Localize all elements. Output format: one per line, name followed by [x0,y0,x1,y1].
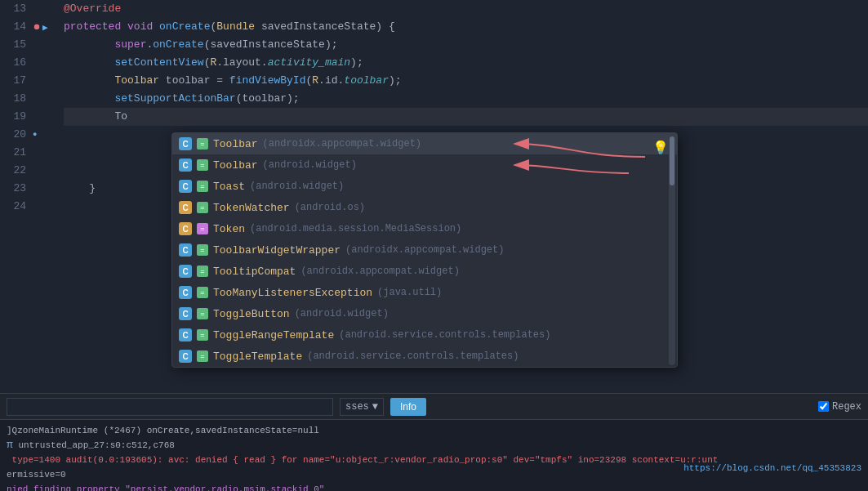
member-marker-5: = [197,244,208,256]
member-marker-0: = [197,138,208,150]
code-line-19: To [64,108,868,126]
line-numbers: 13 14 15 16 17 18 19 20 21 22 23 24 [0,0,33,393]
autocomplete-scrollbar[interactable] [669,135,675,365]
log-line-0: ]QzoneMainRuntime (*2467) onCreate,saved… [7,423,861,438]
log-line-4: nied finding property "persist.vendor.ra… [7,482,861,491]
regex-checkbox[interactable] [818,401,829,412]
member-marker-2: = [197,181,208,192]
class-icon-4: C [179,222,192,235]
exec-arrow-icon: ▶ [42,22,48,33]
class-icon-2: C [179,180,192,193]
blog-link[interactable]: https://blog.csdn.net/qq_45353823 [683,463,861,473]
autocomplete-item-4[interactable]: C = Token (android.media.session.MediaSe… [172,218,677,239]
item-package-2: (android.widget) [250,181,344,192]
item-name-10: ToggleTemplate [213,350,302,363]
breakpoint-icon: ⏺ [33,22,41,32]
autocomplete-item-8[interactable]: C = ToggleButton (android.widget) [172,303,677,324]
log-line-status: π untrusted_app_27:s0:c512,c768 [7,438,861,453]
autocomplete-item-9[interactable]: C = ToggleRangeTemplate (android.service… [172,324,677,346]
item-name-4: Token [213,223,245,235]
member-marker-1: = [197,159,208,171]
item-name-7: TooManyListenersException [213,287,372,299]
item-package-4: (android.media.session.MediaSession) [250,223,461,234]
class-icon-9: C [179,328,192,341]
code-line-17: Toolbar toolbar = findViewById(R.id.tool… [64,72,868,90]
dropdown-label: sses [345,401,369,413]
autocomplete-item-7[interactable]: C = TooManyListenersException (java.util… [172,282,677,303]
info-button[interactable]: Info [390,398,426,416]
filter-input[interactable] [7,398,333,416]
lightbulb-icon: 💡 [652,140,669,156]
class-icon-3: C [179,201,192,214]
member-marker-7: = [197,287,208,298]
pi-symbol: π [7,438,13,453]
class-icon-5: C [179,243,192,257]
autocomplete-dropdown: 💡 C = Toolbar (androidx.appcompat.widget… [171,132,678,368]
class-icon-7: C [179,286,192,299]
log-line-1: untrusted_app_27:s0:c512,c768 [13,438,175,453]
class-icon-0: C [179,137,192,150]
item-package-0: (androidx.appcompat.widget) [263,138,421,150]
item-package-3: (android.os) [295,202,365,213]
item-name-2: Toast [213,181,245,193]
dropdown-arrow-icon: ▼ [372,401,378,413]
autocomplete-item-6[interactable]: C = TooltipCompat (androidx.appcompat.wi… [172,261,677,282]
autocomplete-item-2[interactable]: C = Toast (android.widget) [172,176,677,197]
regex-checkbox-group: Regex [818,401,861,413]
member-marker-9: = [197,329,208,341]
class-icon-1: C [179,158,192,172]
item-name-3: TokenWatcher [213,202,290,214]
member-marker-4: = [197,223,208,234]
member-marker-10: = [197,350,208,362]
regex-label: Regex [832,401,861,413]
autocomplete-item-5[interactable]: C = ToolbarWidgetWrapper (androidx.appco… [172,239,677,261]
member-marker-6: = [197,266,208,277]
item-package-6: (androidx.appcompat.widget) [300,266,459,277]
class-icon-8: C [179,307,192,320]
autocomplete-scrollbar-thumb [670,136,674,185]
autocomplete-item-3[interactable]: C = TokenWatcher (android.os) [172,197,677,218]
item-package-5: (androidx.appcompat.widget) [345,244,504,256]
autocomplete-item-0[interactable]: C = Toolbar (androidx.appcompat.widget) [172,133,677,154]
member-marker-3: = [197,202,208,213]
item-package-7: (java.util) [377,287,442,298]
bottom-toolbar: sses ▼ Info Regex [0,394,868,420]
code-line-18: setSupportActionBar(toolbar); [64,90,868,108]
autocomplete-item-1[interactable]: C = Toolbar (android.widget) [172,154,677,176]
item-name-6: TooltipCompat [213,266,296,278]
code-line-13: @Override [64,0,868,18]
gutter-icons: ⏺ ▶ ● [33,0,57,393]
item-package-10: (android.service.controls.templates) [307,350,519,362]
item-name-1: Toolbar [213,159,258,172]
code-line-14: protected void onCreate(Bundle savedInst… [64,18,868,36]
item-name-8: ToggleButton [213,308,290,320]
member-marker-8: = [197,308,208,319]
item-name-9: ToggleRangeTemplate [213,329,334,341]
log-level-dropdown[interactable]: sses ▼ [340,398,384,416]
autocomplete-item-10[interactable]: C = ToggleTemplate (android.service.cont… [172,346,677,367]
item-package-8: (android.widget) [295,308,389,319]
code-line-16: setContentView(R.layout.activity_main); [64,54,868,72]
class-icon-10: C [179,350,192,363]
item-package-1: (android.widget) [263,159,357,171]
bottom-panel: sses ▼ Info Regex ]QzoneMainRuntime (*24… [0,393,868,491]
untrusted-text: untrusted_app_27:s0:c512,c768 [18,440,174,450]
item-name-0: Toolbar [213,138,258,150]
item-name-5: ToolbarWidgetWrapper [213,244,341,257]
item-package-9: (android.service.controls.templates) [339,329,550,341]
class-icon-6: C [179,265,192,278]
code-line-15: super.onCreate(savedInstanceState); [64,36,868,54]
gutter-small-icon: ● [33,131,37,139]
log-content: ]QzoneMainRuntime (*2467) onCreate,saved… [0,420,868,491]
